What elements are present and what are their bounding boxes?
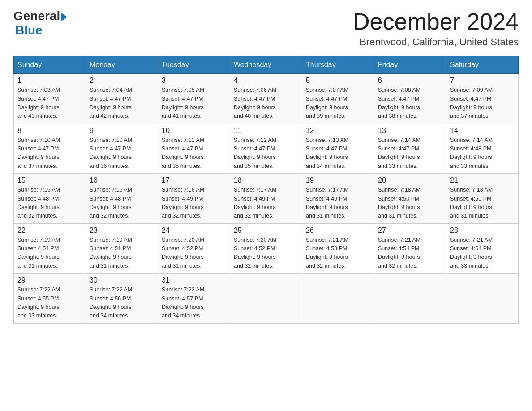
day-info: Sunrise: 7:16 AMSunset: 4:48 PMDaylight:… — [90, 186, 154, 221]
calendar-cell: 15Sunrise: 7:15 AMSunset: 4:48 PMDayligh… — [14, 174, 86, 224]
day-info: Sunrise: 7:22 AMSunset: 4:56 PMDaylight:… — [90, 286, 154, 321]
day-number: 19 — [306, 176, 370, 184]
calendar-cell: 14Sunrise: 7:14 AMSunset: 4:48 PMDayligh… — [446, 124, 519, 174]
day-info: Sunrise: 7:12 AMSunset: 4:47 PMDaylight:… — [234, 136, 298, 171]
day-info: Sunrise: 7:10 AMSunset: 4:47 PMDaylight:… — [90, 136, 154, 171]
calendar-cell: 16Sunrise: 7:16 AMSunset: 4:48 PMDayligh… — [86, 174, 158, 224]
day-number: 5 — [306, 77, 370, 85]
day-info: Sunrise: 7:22 AMSunset: 4:57 PMDaylight:… — [162, 286, 226, 321]
week-row-3: 15Sunrise: 7:15 AMSunset: 4:48 PMDayligh… — [14, 174, 519, 224]
day-number: 26 — [306, 227, 370, 235]
day-number: 21 — [450, 176, 515, 184]
calendar-cell: 18Sunrise: 7:17 AMSunset: 4:49 PMDayligh… — [230, 174, 302, 224]
day-number: 22 — [17, 227, 82, 235]
day-info: Sunrise: 7:14 AMSunset: 4:48 PMDaylight:… — [450, 136, 515, 171]
day-number: 27 — [378, 227, 442, 235]
day-number: 13 — [378, 127, 442, 135]
calendar-cell: 3Sunrise: 7:05 AMSunset: 4:47 PMDaylight… — [158, 74, 230, 124]
day-number: 14 — [450, 127, 515, 135]
calendar-cell: 2Sunrise: 7:04 AMSunset: 4:47 PMDaylight… — [86, 74, 158, 124]
day-info: Sunrise: 7:10 AMSunset: 4:47 PMDaylight:… — [17, 136, 82, 171]
day-info: Sunrise: 7:17 AMSunset: 4:49 PMDaylight:… — [234, 186, 298, 221]
calendar-table: SundayMondayTuesdayWednesdayThursdayFrid… — [13, 56, 519, 324]
day-number: 1 — [17, 77, 82, 85]
day-number: 7 — [450, 77, 515, 85]
week-row-1: 1Sunrise: 7:03 AMSunset: 4:47 PMDaylight… — [14, 74, 519, 124]
day-info: Sunrise: 7:16 AMSunset: 4:49 PMDaylight:… — [162, 186, 226, 221]
day-info: Sunrise: 7:08 AMSunset: 4:47 PMDaylight:… — [378, 86, 442, 121]
day-info: Sunrise: 7:18 AMSunset: 4:50 PMDaylight:… — [450, 186, 515, 221]
calendar-cell: 25Sunrise: 7:20 AMSunset: 4:52 PMDayligh… — [230, 223, 302, 274]
day-info: Sunrise: 7:20 AMSunset: 4:52 PMDaylight:… — [234, 236, 298, 271]
day-info: Sunrise: 7:21 AMSunset: 4:54 PMDaylight:… — [450, 236, 515, 271]
day-number: 8 — [17, 127, 82, 135]
calendar-header-row: SundayMondayTuesdayWednesdayThursdayFrid… — [14, 56, 519, 74]
day-number: 20 — [378, 176, 442, 184]
day-number: 10 — [162, 127, 226, 135]
day-info: Sunrise: 7:06 AMSunset: 4:47 PMDaylight:… — [234, 86, 298, 121]
day-number: 2 — [90, 77, 154, 85]
calendar-cell: 10Sunrise: 7:11 AMSunset: 4:47 PMDayligh… — [158, 124, 230, 174]
day-number: 31 — [162, 276, 226, 284]
calendar-cell: 28Sunrise: 7:21 AMSunset: 4:54 PMDayligh… — [446, 223, 519, 274]
calendar-cell: 9Sunrise: 7:10 AMSunset: 4:47 PMDaylight… — [86, 124, 158, 174]
day-number: 16 — [90, 176, 154, 184]
week-row-2: 8Sunrise: 7:10 AMSunset: 4:47 PMDaylight… — [14, 124, 519, 174]
calendar-cell — [446, 274, 519, 324]
day-info: Sunrise: 7:22 AMSunset: 4:55 PMDaylight:… — [17, 286, 82, 321]
day-number: 24 — [162, 227, 226, 235]
day-info: Sunrise: 7:03 AMSunset: 4:47 PMDaylight:… — [17, 86, 82, 121]
day-number: 17 — [162, 176, 226, 184]
day-info: Sunrise: 7:21 AMSunset: 4:54 PMDaylight:… — [378, 236, 442, 271]
day-info: Sunrise: 7:07 AMSunset: 4:47 PMDaylight:… — [306, 86, 370, 121]
logo: General Blue — [13, 9, 67, 38]
header-wednesday: Wednesday — [230, 56, 302, 74]
day-info: Sunrise: 7:19 AMSunset: 4:51 PMDaylight:… — [17, 236, 82, 271]
week-row-4: 22Sunrise: 7:19 AMSunset: 4:51 PMDayligh… — [14, 223, 519, 274]
day-info: Sunrise: 7:18 AMSunset: 4:50 PMDaylight:… — [378, 186, 442, 221]
day-number: 3 — [162, 77, 226, 85]
day-info: Sunrise: 7:20 AMSunset: 4:52 PMDaylight:… — [162, 236, 226, 271]
calendar-cell: 24Sunrise: 7:20 AMSunset: 4:52 PMDayligh… — [158, 223, 230, 274]
calendar-cell: 26Sunrise: 7:21 AMSunset: 4:53 PMDayligh… — [302, 223, 374, 274]
day-number: 9 — [90, 127, 154, 135]
calendar-cell: 1Sunrise: 7:03 AMSunset: 4:47 PMDaylight… — [14, 74, 86, 124]
day-info: Sunrise: 7:15 AMSunset: 4:48 PMDaylight:… — [17, 186, 82, 221]
day-number: 18 — [234, 176, 298, 184]
day-info: Sunrise: 7:11 AMSunset: 4:47 PMDaylight:… — [162, 136, 226, 171]
day-info: Sunrise: 7:13 AMSunset: 4:47 PMDaylight:… — [306, 136, 370, 171]
calendar-cell: 12Sunrise: 7:13 AMSunset: 4:47 PMDayligh… — [302, 124, 374, 174]
calendar-cell: 27Sunrise: 7:21 AMSunset: 4:54 PMDayligh… — [374, 223, 446, 274]
day-number: 15 — [17, 176, 82, 184]
day-number: 30 — [90, 276, 154, 284]
day-info: Sunrise: 7:05 AMSunset: 4:47 PMDaylight:… — [162, 86, 226, 121]
header-friday: Friday — [374, 56, 446, 74]
calendar-cell: 21Sunrise: 7:18 AMSunset: 4:50 PMDayligh… — [446, 174, 519, 224]
calendar-cell: 31Sunrise: 7:22 AMSunset: 4:57 PMDayligh… — [158, 274, 230, 324]
day-number: 12 — [306, 127, 370, 135]
header-monday: Monday — [86, 56, 158, 74]
calendar-cell: 6Sunrise: 7:08 AMSunset: 4:47 PMDaylight… — [374, 74, 446, 124]
calendar-subtitle: Brentwood, California, United States — [353, 36, 519, 48]
logo-blue-text: Blue — [15, 23, 43, 38]
calendar-cell — [302, 274, 374, 324]
calendar-title: December 2024 — [353, 9, 519, 34]
day-info: Sunrise: 7:04 AMSunset: 4:47 PMDaylight:… — [90, 86, 154, 121]
day-number: 4 — [234, 77, 298, 85]
logo-arrow-icon — [61, 13, 67, 21]
day-number: 11 — [234, 127, 298, 135]
calendar-cell: 17Sunrise: 7:16 AMSunset: 4:49 PMDayligh… — [158, 174, 230, 224]
logo-general-text: General — [13, 9, 60, 23]
day-info: Sunrise: 7:17 AMSunset: 4:49 PMDaylight:… — [306, 186, 370, 221]
calendar-cell: 7Sunrise: 7:09 AMSunset: 4:47 PMDaylight… — [446, 74, 519, 124]
header-tuesday: Tuesday — [158, 56, 230, 74]
calendar-cell: 19Sunrise: 7:17 AMSunset: 4:49 PMDayligh… — [302, 174, 374, 224]
day-number: 29 — [17, 276, 82, 284]
title-section: December 2024 Brentwood, California, Uni… — [353, 9, 519, 48]
calendar-cell: 8Sunrise: 7:10 AMSunset: 4:47 PMDaylight… — [14, 124, 86, 174]
day-number: 25 — [234, 227, 298, 235]
day-info: Sunrise: 7:09 AMSunset: 4:47 PMDaylight:… — [450, 86, 515, 121]
calendar-cell: 20Sunrise: 7:18 AMSunset: 4:50 PMDayligh… — [374, 174, 446, 224]
calendar-cell: 11Sunrise: 7:12 AMSunset: 4:47 PMDayligh… — [230, 124, 302, 174]
page-header: General Blue December 2024 Brentwood, Ca… — [13, 9, 519, 48]
